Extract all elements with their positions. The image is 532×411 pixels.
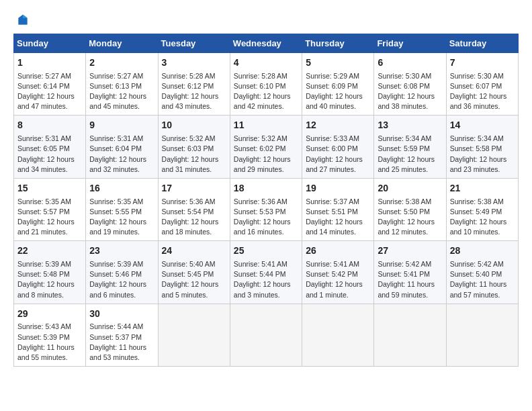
week-row-2: 8Sunrise: 5:31 AM Sunset: 6:05 PM Daylig… [14,116,519,178]
day-info: Sunrise: 5:42 AM Sunset: 5:40 PM Dayligh… [450,259,515,300]
header-monday: Monday [86,34,158,53]
calendar-cell: 23Sunrise: 5:39 AM Sunset: 5:46 PM Dayli… [86,241,158,304]
calendar-cell [230,304,302,366]
day-info: Sunrise: 5:38 AM Sunset: 5:49 PM Dayligh… [450,197,515,238]
day-number: 14 [450,119,515,132]
day-number: 3 [162,56,226,70]
day-info: Sunrise: 5:36 AM Sunset: 5:54 PM Dayligh… [162,197,226,238]
day-info: Sunrise: 5:37 AM Sunset: 5:51 PM Dayligh… [306,197,370,238]
day-number: 23 [89,244,154,258]
header-tuesday: Tuesday [158,34,230,53]
header-sunday: Sunday [14,34,86,53]
calendar-cell: 17Sunrise: 5:36 AM Sunset: 5:54 PM Dayli… [158,178,230,240]
calendar-cell [446,304,518,366]
day-number: 20 [378,182,442,195]
day-number: 12 [306,119,370,132]
day-info: Sunrise: 5:33 AM Sunset: 6:00 PM Dayligh… [306,134,370,175]
day-number: 18 [234,182,298,195]
day-number: 28 [450,244,515,258]
day-number: 11 [234,119,298,132]
day-info: Sunrise: 5:27 AM Sunset: 6:13 PM Dayligh… [89,71,154,112]
calendar-cell: 25Sunrise: 5:41 AM Sunset: 5:44 PM Dayli… [230,241,302,304]
header-thursday: Thursday [302,34,374,53]
day-number: 2 [89,56,154,70]
day-number: 4 [234,56,298,70]
calendar-cell: 8Sunrise: 5:31 AM Sunset: 6:05 PM Daylig… [14,116,86,178]
calendar-cell: 24Sunrise: 5:40 AM Sunset: 5:45 PM Dayli… [158,241,230,304]
header-saturday: Saturday [446,34,518,53]
day-info: Sunrise: 5:36 AM Sunset: 5:53 PM Dayligh… [234,197,298,238]
day-info: Sunrise: 5:31 AM Sunset: 6:04 PM Dayligh… [89,134,154,175]
calendar-cell: 12Sunrise: 5:33 AM Sunset: 6:00 PM Dayli… [302,116,374,178]
calendar-cell: 4Sunrise: 5:28 AM Sunset: 6:10 PM Daylig… [230,53,302,116]
calendar-cell: 13Sunrise: 5:34 AM Sunset: 5:59 PM Dayli… [374,116,446,178]
week-row-5: 29Sunrise: 5:43 AM Sunset: 5:39 PM Dayli… [14,304,519,366]
header-wednesday: Wednesday [230,34,302,53]
calendar-cell: 20Sunrise: 5:38 AM Sunset: 5:50 PM Dayli… [374,178,446,240]
calendar-table: SundayMondayTuesdayWednesdayThursdayFrid… [13,34,519,367]
day-info: Sunrise: 5:28 AM Sunset: 6:10 PM Dayligh… [234,71,298,112]
calendar-cell [302,304,374,366]
calendar-cell: 22Sunrise: 5:39 AM Sunset: 5:48 PM Dayli… [14,241,86,304]
day-info: Sunrise: 5:35 AM Sunset: 5:55 PM Dayligh… [89,197,154,238]
day-number: 10 [162,119,226,132]
page-header [13,13,519,27]
day-info: Sunrise: 5:41 AM Sunset: 5:42 PM Dayligh… [306,259,370,300]
day-number: 7 [450,56,515,70]
day-info: Sunrise: 5:39 AM Sunset: 5:46 PM Dayligh… [89,259,154,300]
day-info: Sunrise: 5:32 AM Sunset: 6:02 PM Dayligh… [234,134,298,175]
day-number: 22 [17,244,82,258]
day-info: Sunrise: 5:31 AM Sunset: 6:05 PM Dayligh… [17,134,82,175]
day-number: 30 [89,308,154,321]
week-row-4: 22Sunrise: 5:39 AM Sunset: 5:48 PM Dayli… [14,241,519,304]
calendar-cell: 7Sunrise: 5:30 AM Sunset: 6:07 PM Daylig… [446,53,518,116]
calendar-cell: 15Sunrise: 5:35 AM Sunset: 5:57 PM Dayli… [14,178,86,240]
day-info: Sunrise: 5:43 AM Sunset: 5:39 PM Dayligh… [17,322,82,363]
day-number: 27 [378,244,442,258]
calendar-cell [374,304,446,366]
logo [13,13,31,27]
day-info: Sunrise: 5:27 AM Sunset: 6:14 PM Dayligh… [17,71,82,112]
day-number: 21 [450,182,515,195]
day-info: Sunrise: 5:34 AM Sunset: 5:58 PM Dayligh… [450,134,515,175]
day-info: Sunrise: 5:44 AM Sunset: 5:37 PM Dayligh… [89,322,154,363]
calendar-cell: 5Sunrise: 5:29 AM Sunset: 6:09 PM Daylig… [302,53,374,116]
day-info: Sunrise: 5:34 AM Sunset: 5:59 PM Dayligh… [378,134,442,175]
day-info: Sunrise: 5:29 AM Sunset: 6:09 PM Dayligh… [306,71,370,112]
calendar-cell: 3Sunrise: 5:28 AM Sunset: 6:12 PM Daylig… [158,53,230,116]
day-number: 29 [17,308,82,321]
day-info: Sunrise: 5:28 AM Sunset: 6:12 PM Dayligh… [162,71,226,112]
calendar-cell: 9Sunrise: 5:31 AM Sunset: 6:04 PM Daylig… [86,116,158,178]
calendar-cell: 2Sunrise: 5:27 AM Sunset: 6:13 PM Daylig… [86,53,158,116]
calendar-cell: 14Sunrise: 5:34 AM Sunset: 5:58 PM Dayli… [446,116,518,178]
day-number: 26 [306,244,370,258]
day-info: Sunrise: 5:30 AM Sunset: 6:07 PM Dayligh… [450,71,515,112]
calendar-cell: 28Sunrise: 5:42 AM Sunset: 5:40 PM Dayli… [446,241,518,304]
logo-icon [16,13,30,27]
day-number: 17 [162,182,226,195]
calendar-cell: 10Sunrise: 5:32 AM Sunset: 6:03 PM Dayli… [158,116,230,178]
day-number: 16 [89,182,154,195]
day-number: 25 [234,244,298,258]
calendar-cell: 6Sunrise: 5:30 AM Sunset: 6:08 PM Daylig… [374,53,446,116]
day-number: 13 [378,119,442,132]
day-number: 1 [17,56,82,70]
day-info: Sunrise: 5:38 AM Sunset: 5:50 PM Dayligh… [378,197,442,238]
day-info: Sunrise: 5:39 AM Sunset: 5:48 PM Dayligh… [17,259,82,300]
day-number: 15 [17,182,82,195]
calendar-cell: 11Sunrise: 5:32 AM Sunset: 6:02 PM Dayli… [230,116,302,178]
calendar-cell: 1Sunrise: 5:27 AM Sunset: 6:14 PM Daylig… [14,53,86,116]
calendar-cell: 27Sunrise: 5:42 AM Sunset: 5:41 PM Dayli… [374,241,446,304]
calendar-cell: 29Sunrise: 5:43 AM Sunset: 5:39 PM Dayli… [14,304,86,366]
calendar-cell: 16Sunrise: 5:35 AM Sunset: 5:55 PM Dayli… [86,178,158,240]
day-number: 24 [162,244,226,258]
calendar-cell: 26Sunrise: 5:41 AM Sunset: 5:42 PM Dayli… [302,241,374,304]
day-number: 19 [306,182,370,195]
day-number: 9 [89,119,154,132]
calendar-cell: 18Sunrise: 5:36 AM Sunset: 5:53 PM Dayli… [230,178,302,240]
calendar-header-row: SundayMondayTuesdayWednesdayThursdayFrid… [14,34,519,53]
day-info: Sunrise: 5:30 AM Sunset: 6:08 PM Dayligh… [378,71,442,112]
week-row-3: 15Sunrise: 5:35 AM Sunset: 5:57 PM Dayli… [14,178,519,240]
week-row-1: 1Sunrise: 5:27 AM Sunset: 6:14 PM Daylig… [14,53,519,116]
calendar-cell: 30Sunrise: 5:44 AM Sunset: 5:37 PM Dayli… [86,304,158,366]
